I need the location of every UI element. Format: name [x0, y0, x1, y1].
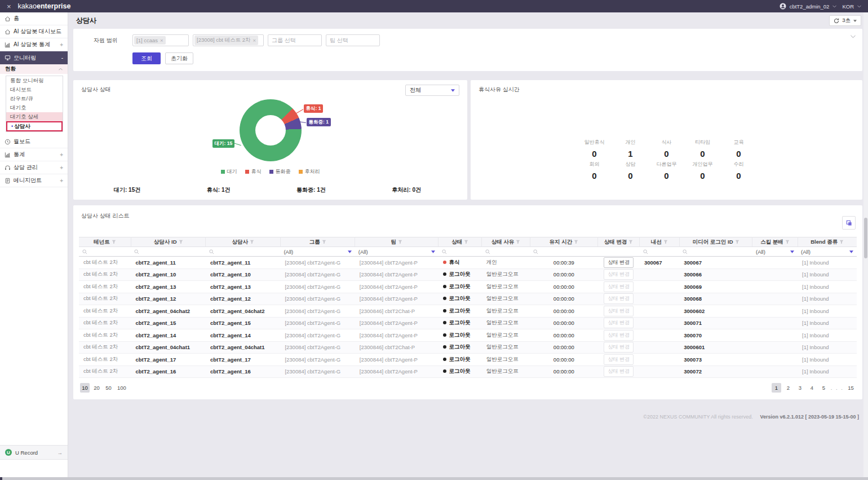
column-filter-cell[interactable]	[79, 247, 131, 257]
search-icon[interactable]	[209, 249, 277, 254]
table-row[interactable]: cbt 테스트 2차cbtT2_agent_10cbtT2_agent_10[2…	[79, 268, 857, 281]
column-header[interactable]: 유지 시간	[530, 237, 597, 247]
filter-funnel-icon[interactable]	[179, 240, 183, 244]
sidebar-item-monitoring[interactable]: 모니터링-	[0, 51, 68, 64]
search-icon[interactable]	[533, 249, 594, 254]
username[interactable]: cbtT2_admin_02	[790, 3, 830, 10]
refresh-interval-button[interactable]: 3초	[829, 15, 861, 26]
column-header[interactable]: 미디어 로그인 ID	[679, 237, 752, 247]
filter-funnel-icon[interactable]	[785, 240, 790, 244]
filter-select-all[interactable]: (All)	[358, 249, 435, 255]
filter-funnel-icon[interactable]	[839, 240, 844, 244]
search-icon[interactable]	[82, 249, 127, 254]
column-filter-cell[interactable]: (All)	[798, 247, 857, 257]
sidebar-item-dashboard[interactable]: 대시보드	[6, 85, 63, 94]
sidebar-item-u-record[interactable]: U U Record →	[0, 445, 68, 460]
horizontal-scrollbar-thumb[interactable]	[0, 477, 2, 480]
filter-funnel-icon[interactable]	[322, 240, 326, 244]
table-row[interactable]: cbt 테스트 2차cbtT2_agent_16cbtT2_agent_16[2…	[79, 365, 857, 378]
tag-remove-icon[interactable]: ×	[253, 37, 256, 43]
table-row[interactable]: cbt 테스트 2차cbtT2_agent_12cbtT2_agent_12[2…	[79, 293, 857, 305]
table-row[interactable]: cbt 테스트 2차cbtT2_agent_15cbtT2_agent_15[2…	[79, 317, 857, 329]
user-menu-caret-icon[interactable]	[832, 5, 836, 8]
search-button[interactable]: 조회	[132, 52, 161, 64]
status-change-button[interactable]: 상태 변경	[604, 257, 634, 268]
sidebar-item-counsel-mgmt[interactable]: 상담 관리+	[0, 161, 68, 174]
brand-logo[interactable]: kakaoenterprise	[18, 2, 71, 10]
sidebar-item-route-queue[interactable]: 라우트/큐	[6, 94, 63, 103]
column-filter-cell[interactable]	[640, 247, 679, 257]
horizontal-scrollbar[interactable]	[0, 477, 868, 480]
sidebar-item-counselor[interactable]: •상담사	[6, 121, 63, 131]
sidebar-item-queue[interactable]: 대기호	[6, 103, 63, 112]
column-header[interactable]: 팀	[355, 237, 439, 247]
table-row[interactable]: cbt 테스트 2차cbtT2_agent_17cbtT2_agent_17[2…	[79, 354, 857, 366]
column-filter-cell[interactable]	[131, 247, 205, 257]
column-header[interactable]: 그룹	[280, 237, 355, 247]
locale-caret-icon[interactable]	[857, 5, 861, 8]
search-icon[interactable]	[485, 249, 527, 254]
tenant-scope-input[interactable]: [1] ccaas ×	[132, 34, 189, 46]
column-header[interactable]: 스킬 분배	[752, 237, 798, 247]
page-size-100[interactable]: 100	[116, 383, 128, 393]
filter-funnel-icon[interactable]	[516, 240, 520, 244]
filter-select-all[interactable]: (All)	[756, 249, 794, 255]
tenant2-scope-input[interactable]: [23008] cbt 테스트 2차 ×	[193, 34, 264, 46]
page-size-10[interactable]: 10	[80, 383, 90, 393]
table-row[interactable]: cbt 테스트 2차cbtT2_agent_04chat2cbtT2_agent…	[79, 305, 857, 318]
column-header[interactable]: 상태 변경	[597, 237, 640, 247]
column-header[interactable]: 상담사	[206, 237, 280, 247]
search-icon[interactable]	[683, 249, 749, 254]
status-scope-select[interactable]: 전체	[405, 85, 459, 96]
column-header[interactable]: 상태 사유	[482, 237, 530, 247]
page-15[interactable]: 15	[846, 383, 856, 393]
filter-funnel-icon[interactable]	[628, 240, 633, 244]
sidebar-item-ai-bot-stats[interactable]: AI 상담봇 통계+	[0, 38, 68, 51]
vertical-scrollbar[interactable]	[863, 12, 868, 477]
column-filter-cell[interactable]	[206, 247, 280, 257]
column-header[interactable]: 상담사 ID	[131, 237, 205, 247]
column-filter-cell[interactable]: (All)	[280, 247, 355, 257]
page-5[interactable]: 5	[819, 383, 829, 393]
sidebar-item-wallboard[interactable]: 월보드	[0, 135, 68, 148]
locale-selector[interactable]: KOR	[842, 3, 854, 10]
column-filter-cell[interactable]: (All)	[355, 247, 439, 257]
sidebar-section-status[interactable]: 현황	[0, 64, 68, 74]
filter-funnel-icon[interactable]	[112, 240, 116, 244]
group-select-input[interactable]	[268, 34, 322, 46]
column-header[interactable]: 테넌트	[79, 237, 131, 247]
search-icon[interactable]	[134, 249, 202, 254]
column-filter-cell[interactable]	[679, 247, 752, 257]
page-4[interactable]: 4	[807, 383, 817, 393]
tag-remove-icon[interactable]: ×	[160, 37, 163, 43]
table-row[interactable]: cbt 테스트 2차cbtT2_agent_04chat1cbtT2_agent…	[79, 341, 857, 354]
page-size-20[interactable]: 20	[92, 383, 101, 393]
page-3[interactable]: 3	[795, 383, 805, 393]
filter-select-all[interactable]: (All)	[284, 249, 351, 255]
column-header[interactable]: 내선	[640, 237, 679, 247]
column-header[interactable]: 상태	[439, 237, 482, 247]
page-2[interactable]: 2	[783, 383, 793, 393]
page-1[interactable]: 1	[772, 383, 781, 393]
filter-select-all[interactable]: (All)	[801, 249, 853, 255]
page-size-50[interactable]: 50	[104, 383, 113, 393]
sidebar-item-ai-bot-dashboard[interactable]: AI 상담봇 대시보드	[0, 25, 68, 38]
table-row[interactable]: cbt 테스트 2차cbtT2_agent_13cbtT2_agent_13[2…	[79, 281, 857, 293]
search-icon[interactable]	[643, 249, 676, 254]
sidebar-item-queue-detail[interactable]: 대기호 상세	[6, 112, 63, 121]
table-row[interactable]: cbt 테스트 2차cbtT2_agent_11cbtT2_agent_11[2…	[79, 257, 857, 269]
sidebar-item-management[interactable]: 메니지먼트+	[0, 174, 68, 187]
filter-funnel-icon[interactable]	[735, 240, 739, 244]
close-menu-icon[interactable]: ×	[7, 2, 11, 11]
filter-collapse-icon[interactable]	[851, 33, 856, 39]
reset-button[interactable]: 초기화	[165, 52, 193, 64]
sidebar-item-home[interactable]: 홈	[0, 12, 68, 25]
search-icon[interactable]	[442, 249, 479, 254]
sidebar-item-stats[interactable]: 통계+	[0, 148, 68, 161]
column-filter-cell[interactable]	[482, 247, 530, 257]
column-header[interactable]: Blend 종류	[798, 237, 857, 247]
filter-funnel-icon[interactable]	[663, 240, 668, 244]
column-filter-cell[interactable]	[530, 247, 597, 257]
filter-funnel-icon[interactable]	[250, 240, 254, 244]
filter-funnel-icon[interactable]	[464, 240, 468, 244]
